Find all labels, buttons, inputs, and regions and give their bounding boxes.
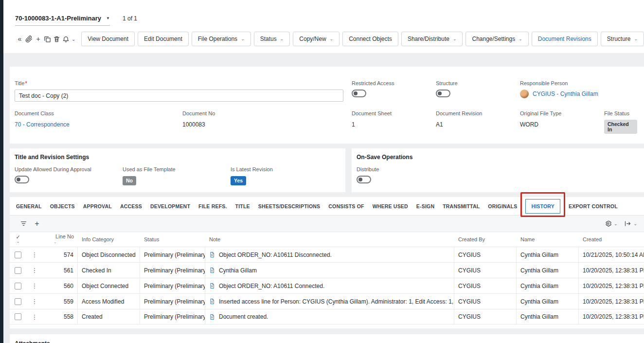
collapse-icon[interactable]: « <box>15 32 24 46</box>
required-marker: * <box>25 80 27 86</box>
cell-line-no: 559 <box>43 294 78 309</box>
attachment-icon[interactable] <box>24 32 34 46</box>
column-header-note[interactable]: Note <box>205 236 454 242</box>
gear-icon <box>605 220 612 227</box>
edit-document-button[interactable]: Edit Document <box>138 32 189 46</box>
row-checkbox[interactable] <box>15 298 21 305</box>
tab-file-refs[interactable]: FILE REFS. <box>198 203 227 209</box>
column-header-info-category[interactable]: Info Category <box>78 236 140 242</box>
document-title-group[interactable]: 70-1000083-1-A1-Preliminary ▼ <box>15 15 110 26</box>
row-checkbox[interactable] <box>15 267 21 274</box>
distribute-toggle[interactable] <box>357 176 371 183</box>
document-revision-label: Document Revision <box>436 110 520 116</box>
cell-status: Preliminary (Preliminary) <box>140 247 205 262</box>
delete-icon[interactable] <box>52 32 61 46</box>
more-actions-icon[interactable]: ⌄ <box>71 32 76 46</box>
table-row[interactable]: ⋮ 561 Checked In Preliminary (Preliminar… <box>10 262 644 278</box>
latest-revision-field: Is Latest Revision Yes <box>231 166 339 185</box>
page-title: 70-1000083-1-A1-Preliminary <box>15 15 101 22</box>
responsible-person-field: Responsible Person CYGIUS - Cynthia Gill… <box>520 80 637 102</box>
tab-sheets-descriptions[interactable]: SHEETS/DESCRIPTIONS <box>258 203 321 209</box>
cell-status: Preliminary (Preliminary) <box>140 278 205 293</box>
tab-access[interactable]: ACCESS <box>120 203 142 209</box>
row-menu-icon[interactable]: ⋮ <box>30 251 39 258</box>
collapsed-sidebar[interactable] <box>0 0 3 343</box>
notifications-icon[interactable] <box>61 32 71 46</box>
cell-created-by: CYGIUS <box>454 294 517 309</box>
tab-originals[interactable]: ORIGINALS <box>488 203 517 209</box>
column-header-name[interactable]: Name <box>517 236 579 242</box>
tab-export-control[interactable]: EXPORT CONTROL <box>569 203 618 209</box>
column-header-status[interactable]: Status <box>140 236 205 242</box>
structure-button[interactable]: Structure⌄ <box>601 32 644 46</box>
view-document-button[interactable]: View Document <box>81 32 135 46</box>
document-info-card: Title* Restricted Access Structure Respo… <box>10 67 644 144</box>
document-no-value: 1000083 <box>182 121 205 128</box>
title-dropdown-icon[interactable]: ▼ <box>106 16 110 20</box>
copy-new-button[interactable]: Copy/New⌄ <box>293 32 340 46</box>
update-allowed-toggle[interactable] <box>15 176 29 183</box>
responsible-person-label: Responsible Person <box>520 80 637 86</box>
table-row[interactable]: ⋮ 559 Access Modified Preliminary (Preli… <box>10 293 644 309</box>
select-all-control[interactable]: ✓ ⌄ <box>10 235 26 244</box>
status-button[interactable]: Status⌄ <box>254 32 290 46</box>
restricted-access-toggle[interactable] <box>352 90 366 97</box>
tab-approval[interactable]: APPROVAL <box>83 203 112 209</box>
column-header-line-no[interactable]: Line No ⌄ <box>43 234 78 245</box>
column-header-created-by[interactable]: Created By <box>454 236 517 242</box>
cell-status: Preliminary (Preliminary) <box>140 309 205 324</box>
row-menu-icon[interactable]: ⋮ <box>30 282 39 289</box>
attachments-section: Attachments <box>10 334 644 343</box>
update-allowed-label: Update Allowed During Approval <box>15 166 123 172</box>
table-row[interactable]: ⋮ 558 Created Preliminary (Preliminary) … <box>10 309 644 325</box>
table-row[interactable]: ⋮ 574 Object Disconnected Preliminary (P… <box>10 247 644 262</box>
row-menu-icon[interactable]: ⋮ <box>30 313 39 321</box>
row-menu-icon[interactable]: ⋮ <box>30 267 39 274</box>
row-checkbox[interactable] <box>15 283 21 289</box>
tab-e-sign[interactable]: E-SIGN <box>416 203 434 209</box>
cell-created: 10/20/2025, 12:38:31 PM <box>579 278 644 293</box>
attachments-title: Attachments <box>15 340 644 343</box>
connect-objects-button[interactable]: Connect Objects <box>342 32 398 46</box>
duplicate-icon[interactable] <box>43 32 52 46</box>
row-menu-icon[interactable]: ⋮ <box>30 298 39 305</box>
tab-title[interactable]: TITLE <box>235 203 250 209</box>
panel-title: On-Save Operations <box>357 154 637 161</box>
document-revisions-button[interactable]: Document Revisions <box>532 32 598 46</box>
tab-where-used[interactable]: WHERE USED <box>373 203 408 209</box>
filter-icon[interactable] <box>17 217 30 231</box>
tab-development[interactable]: DEVELOPMENT <box>150 203 190 209</box>
cell-name: Cynthia Gillam <box>517 263 579 278</box>
title-input[interactable] <box>15 90 343 102</box>
cell-created-by: CYGIUS <box>454 263 517 278</box>
tab-objects[interactable]: OBJECTS <box>50 203 75 209</box>
tab-general[interactable]: GENERAL <box>16 203 42 209</box>
file-operations-button[interactable]: File Operations⌄ <box>192 32 251 46</box>
document-class-link[interactable]: 70 - Correspondence <box>15 121 70 128</box>
settings-panels: Title and Revision Settings Update Allow… <box>10 148 644 192</box>
latest-revision-badge: Yes <box>231 176 246 185</box>
row-checkbox[interactable] <box>15 313 21 320</box>
share-distribute-button[interactable]: Share/Distribute⌄ <box>401 32 463 46</box>
document-class-field: Document Class 70 - Correspondence <box>15 110 182 134</box>
change-settings-button[interactable]: Change/Settings⌄ <box>465 32 528 46</box>
restricted-access-field: Restricted Access <box>352 80 436 102</box>
structure-toggle[interactable] <box>436 90 450 97</box>
responsible-person-link[interactable]: CYGIUS - Cynthia Gillam <box>533 90 598 97</box>
tab-transmittal[interactable]: TRANSMITTAL <box>443 203 480 209</box>
grid-export-control[interactable]: ⌄ <box>624 220 637 227</box>
tab-history[interactable]: HISTORY <box>525 199 560 214</box>
chevron-down-icon: ⌄ <box>633 221 637 226</box>
record-pagination: 1 of 1 <box>123 15 137 22</box>
tab-consists-of[interactable]: CONSISTS OF <box>328 203 364 209</box>
add-row-icon[interactable]: + <box>30 217 44 231</box>
column-header-created[interactable]: Created <box>579 236 644 242</box>
cell-info-category: Access Modified <box>78 294 140 309</box>
table-row[interactable]: ⋮ 560 Object Connected Preliminary (Prel… <box>10 278 644 293</box>
add-icon[interactable]: + <box>34 32 43 46</box>
grid-settings-control[interactable]: ⌄ <box>605 220 618 227</box>
export-icon <box>624 220 631 227</box>
cell-name: Cynthia Gillam <box>517 309 579 324</box>
row-checkbox[interactable] <box>15 252 21 258</box>
chevron-down-icon: ⌄ <box>614 221 618 226</box>
